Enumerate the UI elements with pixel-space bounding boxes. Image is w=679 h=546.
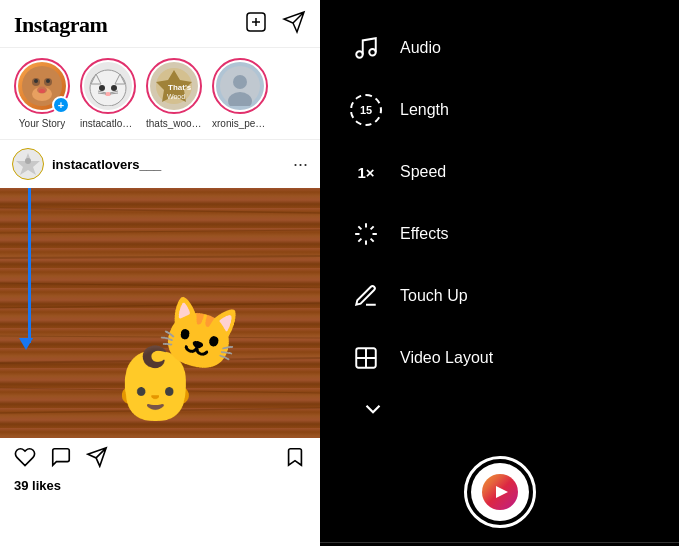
instagram-feed-panel: Instagram (0, 0, 320, 546)
length-control[interactable]: 15 Length (340, 82, 679, 138)
blue-arrow-line (28, 188, 31, 343)
stories-row: + Your Story (0, 48, 320, 140)
reels-panel: Audio 15 Length 1× Speed Ef (320, 0, 679, 546)
story-label: instacatlovers... (80, 118, 136, 129)
share-button[interactable] (86, 446, 108, 474)
avatar (84, 62, 132, 110)
story-item-your-story[interactable]: + Your Story (14, 58, 70, 129)
top-bar: Instagram (0, 0, 320, 48)
post-image: 🐱 👶 (0, 188, 320, 438)
svg-point-27 (233, 75, 247, 89)
post-header: instacatlovers___ ··· (0, 140, 320, 188)
record-button-inner (471, 463, 529, 521)
effects-icon (348, 216, 384, 252)
story-label: Your Story (19, 118, 65, 129)
post-username: instacatlovers___ (52, 157, 161, 172)
post-actions-left (14, 446, 108, 474)
svg-text:That's: That's (168, 83, 192, 92)
svg-line-33 (0, 230, 320, 233)
top-bar-icons (244, 10, 306, 39)
videolayout-label: Video Layout (400, 349, 493, 367)
post-avatar (12, 148, 44, 180)
send-icon[interactable] (282, 10, 306, 39)
post-user-info: instacatlovers___ (12, 148, 161, 180)
svg-line-32 (0, 208, 320, 213)
post-actions (0, 438, 320, 478)
story-label: xronis_pegk_... (212, 118, 268, 129)
comment-button[interactable] (50, 446, 72, 474)
speed-label: Speed (400, 163, 446, 181)
svg-text:Wood: Wood (167, 93, 185, 100)
touchup-icon (348, 278, 384, 314)
reels-icon (482, 474, 518, 510)
svg-line-34 (0, 256, 320, 258)
story-add-button[interactable]: + (52, 96, 70, 114)
svg-point-42 (369, 49, 376, 56)
story-ring (80, 58, 136, 114)
svg-point-8 (46, 79, 50, 83)
videolayout-control[interactable]: Video Layout (340, 330, 679, 386)
speed-icon: 1× (348, 154, 384, 190)
speed-value: 1× (357, 164, 374, 181)
speed-control[interactable]: 1× Speed (340, 144, 679, 200)
videolayout-icon (348, 340, 384, 376)
reel-controls: Audio 15 Length 1× Speed Ef (320, 0, 679, 436)
audio-control[interactable]: Audio (340, 20, 679, 76)
music-icon (348, 30, 384, 66)
effects-label: Effects (400, 225, 449, 243)
like-button[interactable] (14, 446, 36, 474)
svg-point-7 (34, 79, 38, 83)
story-label: thats_wood... (146, 118, 202, 129)
likes-count: 39 likes (0, 478, 320, 493)
svg-line-36 (0, 303, 320, 308)
touchup-control[interactable]: Touch Up (340, 268, 679, 324)
svg-point-16 (111, 85, 117, 91)
story-item-instacatlovers[interactable]: instacatlovers... (80, 58, 136, 129)
svg-line-35 (0, 283, 320, 288)
story-item-xronis-pegk[interactable]: xronis_pegk_... (212, 58, 268, 129)
post-more-button[interactable]: ··· (293, 154, 308, 175)
svg-marker-46 (496, 486, 508, 498)
length-label: Length (400, 101, 449, 119)
bottom-tabs: + STORY REELS LIVE (320, 542, 679, 546)
svg-point-15 (99, 85, 105, 91)
story-ring: That's Wood (146, 58, 202, 114)
record-button[interactable] (464, 456, 536, 528)
audio-label: Audio (400, 39, 441, 57)
length-icon: 15 (348, 92, 384, 128)
avatar: That's Wood (150, 62, 198, 110)
record-area (320, 436, 679, 542)
effects-control[interactable]: Effects (340, 206, 679, 262)
svg-point-10 (39, 89, 45, 93)
svg-point-41 (356, 51, 363, 58)
bookmark-button[interactable] (284, 446, 306, 474)
instagram-logo: Instagram (14, 12, 107, 38)
chevron-down-button[interactable] (340, 392, 679, 426)
blue-arrow-head (19, 338, 33, 350)
story-ring (212, 58, 268, 114)
length-value: 15 (350, 94, 382, 126)
new-post-icon[interactable] (244, 10, 268, 39)
avatar (216, 62, 264, 110)
svg-point-31 (25, 158, 31, 164)
touchup-label: Touch Up (400, 287, 468, 305)
story-item-thats-wood[interactable]: That's Wood thats_wood... (146, 58, 202, 129)
